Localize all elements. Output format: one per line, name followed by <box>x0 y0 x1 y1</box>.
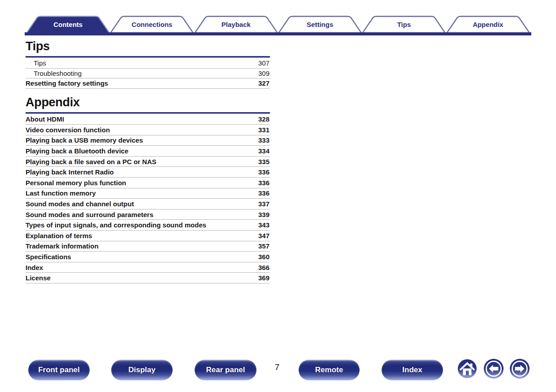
toc-row-page: 327 <box>258 79 270 87</box>
toc-row-label: Explanation of terms <box>26 232 92 240</box>
toc-row-label: Resetting factory settings <box>26 79 108 87</box>
toc-row[interactable]: Types of input signals, and correspondin… <box>26 220 270 231</box>
toc-row-label: Playing back a file saved on a PC or NAS <box>26 158 156 166</box>
toc-row[interactable]: Resetting factory settings327 <box>26 78 270 89</box>
toc-row[interactable]: Last function memory336 <box>26 188 270 199</box>
front-panel-button[interactable]: Front panel <box>28 360 90 380</box>
tab-label: Contents <box>26 16 110 32</box>
toc-row[interactable]: Tips307 <box>26 58 270 69</box>
toc-row[interactable]: Sound modes and channel output337 <box>26 199 270 209</box>
rear-panel-button[interactable]: Rear panel <box>195 360 256 380</box>
toc-row-label: Specifications <box>26 253 71 261</box>
tab-tips[interactable]: Tips <box>362 16 446 32</box>
toc-row-label: Troubleshooting <box>26 70 82 77</box>
toc-row[interactable]: Explanation of terms347 <box>26 231 270 241</box>
manual-toc-page: ContentsConnectionsPlaybackSettingsTipsA… <box>0 0 556 392</box>
toc-row-label: Tips <box>26 59 46 67</box>
toc-row-page: 366 <box>258 264 270 271</box>
tab-bar-rule <box>25 32 531 35</box>
toc-row-label: Playing back a Bluetooth device <box>26 147 128 155</box>
toc-row-page: 357 <box>258 242 270 250</box>
toc-row-page: 335 <box>258 158 270 166</box>
toc-row-label: Trademark information <box>26 242 99 250</box>
tab-label: Playback <box>194 16 278 32</box>
toc-row-label: License <box>26 274 51 282</box>
toc-row-label: Types of input signals, and correspondin… <box>26 221 206 229</box>
index-button[interactable]: Index <box>382 360 443 380</box>
toc-row-label: Playing back a USB memory devices <box>26 136 143 144</box>
toc-row-page: 336 <box>258 189 270 197</box>
toc-row[interactable]: Playing back a file saved on a PC or NAS… <box>26 157 270 167</box>
toc-row-label: Sound modes and surround parameters <box>26 211 153 218</box>
tab-strip: ContentsConnectionsPlaybackSettingsTipsA… <box>26 16 530 32</box>
section-title: Tips <box>26 39 270 53</box>
toc-row[interactable]: About HDMI328 <box>26 114 270 125</box>
display-button[interactable]: Display <box>111 360 173 380</box>
home-icon[interactable] <box>457 359 477 379</box>
toc-row[interactable]: Video conversion function331 <box>26 125 270 135</box>
back-icon[interactable] <box>483 358 504 379</box>
toc-row[interactable]: Specifications360 <box>26 252 270 262</box>
section-title: Appendix <box>26 96 270 109</box>
toc-row-page: 347 <box>258 232 270 240</box>
tab-connections[interactable]: Connections <box>110 16 194 32</box>
toc-section-appendix: AppendixAbout HDMI328Video conversion fu… <box>26 96 270 284</box>
toc-row[interactable]: License369 <box>26 273 270 283</box>
toc-row-page: 337 <box>258 200 270 208</box>
toc-row-page: 339 <box>258 211 270 218</box>
page-number: 7 <box>269 362 285 372</box>
toc-row[interactable]: Trademark information357 <box>26 241 270 252</box>
tab-playback[interactable]: Playback <box>194 16 278 32</box>
table-of-contents: TipsTips307Troubleshooting309Resetting f… <box>26 39 270 283</box>
tab-appendix[interactable]: Appendix <box>446 16 530 32</box>
forward-icon[interactable] <box>509 358 530 379</box>
toc-row[interactable]: Sound modes and surround parameters339 <box>26 209 270 220</box>
tab-label: Connections <box>110 16 194 32</box>
tab-label: Settings <box>278 16 362 32</box>
toc-row-page: 336 <box>258 179 270 187</box>
toc-row-label: Personal memory plus function <box>26 179 126 187</box>
tab-label: Tips <box>362 16 446 32</box>
remote-button[interactable]: Remote <box>299 360 360 380</box>
toc-row-page: 309 <box>258 70 270 77</box>
toc-row[interactable]: Playing back a USB memory devices333 <box>26 135 270 146</box>
toc-section-tips: TipsTips307Troubleshooting309Resetting f… <box>26 39 270 89</box>
toc-row-label: Playing back Internet Radio <box>26 168 114 176</box>
toc-row[interactable]: Troubleshooting309 <box>26 69 270 79</box>
toc-row-page: 307 <box>258 59 270 67</box>
toc-row-page: 343 <box>258 221 270 229</box>
toc-row-page: 333 <box>258 136 270 144</box>
toc-row-page: 331 <box>258 126 270 134</box>
toc-row[interactable]: Playing back Internet Radio336 <box>26 167 270 178</box>
toc-row[interactable]: Index366 <box>26 262 270 273</box>
tab-settings[interactable]: Settings <box>278 16 362 32</box>
toc-row[interactable]: Personal memory plus function336 <box>26 178 270 188</box>
tab-contents[interactable]: Contents <box>26 16 110 32</box>
section-rule <box>26 112 270 114</box>
toc-row-label: About HDMI <box>26 115 64 123</box>
toc-row-page: 360 <box>258 253 270 261</box>
tab-label: Appendix <box>446 16 530 32</box>
toc-row-label: Last function memory <box>26 189 96 197</box>
toc-row-label: Index <box>26 264 43 271</box>
toc-row-page: 336 <box>258 168 270 176</box>
toc-row-page: 334 <box>258 147 270 155</box>
toc-row-label: Sound modes and channel output <box>26 200 134 208</box>
toc-row-label: Video conversion function <box>26 126 110 134</box>
section-rule <box>26 56 270 58</box>
toc-row[interactable]: Playing back a Bluetooth device334 <box>26 146 270 157</box>
toc-row-page: 328 <box>258 115 270 123</box>
toc-row-page: 369 <box>258 274 270 282</box>
